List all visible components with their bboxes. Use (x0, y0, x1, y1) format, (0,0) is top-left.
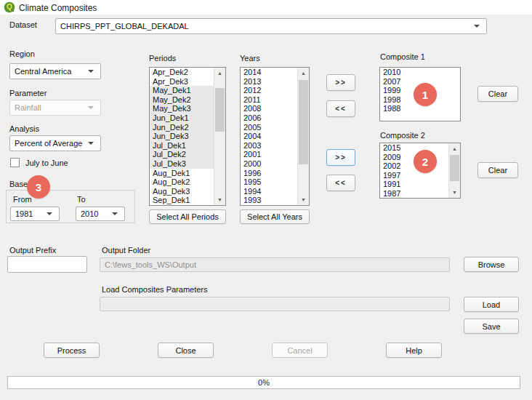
close-button[interactable]: Close (158, 343, 214, 358)
add-to-composite2-button[interactable]: >> (326, 149, 355, 166)
list-item[interactable]: Jul_Dek1 (150, 141, 214, 151)
chevron-down-icon (88, 70, 94, 73)
select-all-periods-button[interactable]: Select All Periods (149, 209, 226, 224)
analysis-select[interactable]: Percent of Average (9, 135, 101, 151)
years-scrollbar[interactable]: ▲ ▼ (297, 68, 309, 205)
output-prefix-input[interactable] (7, 256, 87, 273)
add-to-composite1-button[interactable]: >> (326, 74, 355, 91)
title-bar: Q Climate Composites (0, 0, 532, 15)
periods-scrollbar[interactable]: ▲ ▼ (214, 68, 225, 205)
scroll-down-icon[interactable]: ▼ (449, 187, 460, 198)
list-item[interactable]: Jun_Dek1 (150, 113, 214, 123)
list-item[interactable]: 2005 (241, 123, 297, 132)
list-item[interactable]: Jun_Dek3 (150, 132, 214, 141)
list-item[interactable]: 1994 (241, 187, 297, 196)
help-button[interactable]: Help (386, 343, 442, 358)
list-item[interactable]: 2010 (380, 68, 460, 77)
list-item[interactable]: 1991 (380, 180, 448, 189)
dataset-label: Dataset (9, 20, 37, 29)
scroll-down-icon[interactable]: ▼ (298, 194, 309, 205)
july-to-june-checkbox[interactable] (10, 158, 20, 167)
baseline-from-select[interactable]: 1981 (10, 207, 60, 221)
parameter-select: Rainfall (9, 100, 101, 116)
load-parameters-field[interactable] (100, 297, 450, 311)
scrollbar-thumb[interactable] (450, 155, 459, 181)
scroll-up-icon[interactable]: ▲ (449, 143, 460, 154)
list-item[interactable]: Aug_Dek2 (150, 177, 214, 187)
annotation-badge-1: 1 (414, 83, 437, 106)
baseline-to-select[interactable]: 2010 (76, 207, 125, 221)
list-item[interactable]: 1992 (241, 205, 297, 206)
clear-composite1-button[interactable]: Clear (477, 86, 518, 102)
load-button[interactable]: Load (464, 297, 519, 312)
remove-from-composite2-button[interactable]: << (326, 175, 355, 191)
climate-composites-dialog: Q Climate Composites Dataset CHIRPS_PPT_… (0, 0, 532, 400)
composite2-scrollbar[interactable]: ▲ ▼ (448, 143, 460, 198)
region-value: Central America (15, 67, 71, 76)
baseline-to-value: 2010 (81, 209, 98, 218)
browse-button[interactable]: Browse (464, 257, 519, 272)
list-item[interactable]: 2011 (241, 95, 297, 105)
baseline-from-label: From (13, 195, 32, 204)
save-button[interactable]: Save (464, 319, 519, 334)
list-item[interactable]: 1997 (380, 171, 448, 180)
scrollbar-thumb[interactable] (299, 80, 308, 164)
output-folder-label: Output Folder (102, 246, 150, 255)
list-item[interactable]: May_Dek1 (150, 86, 214, 95)
list-item[interactable]: 2012 (241, 86, 297, 95)
remove-chevrons-icon: << (335, 105, 347, 113)
list-item[interactable]: 2008 (241, 104, 297, 113)
list-item[interactable]: 1995 (241, 177, 297, 187)
scroll-down-icon[interactable]: ▼ (214, 194, 225, 205)
years-items: 2014201320122011200820062005200420032001… (241, 68, 297, 206)
list-item[interactable]: Sep_Dek1 (150, 196, 214, 205)
list-item[interactable]: Jun_Dek2 (150, 123, 214, 132)
list-item[interactable]: Jul_Dek2 (150, 150, 214, 159)
list-item[interactable]: 2015 (380, 143, 448, 153)
years-list[interactable]: 2014201320122011200820062005200420032001… (240, 67, 310, 206)
baseline-from-value: 1981 (15, 209, 33, 218)
remove-from-composite1-button[interactable]: << (326, 100, 355, 117)
chevron-down-icon (474, 25, 480, 28)
scroll-up-icon[interactable]: ▲ (298, 68, 309, 79)
list-item[interactable]: 1993 (241, 196, 297, 205)
list-item[interactable]: 2001 (241, 150, 297, 159)
process-button[interactable]: Process (44, 343, 100, 358)
window-title: Climate Composites (19, 3, 97, 13)
dataset-select[interactable]: CHIRPS_PPT_GLOBAL_DEKADAL (55, 18, 487, 34)
list-item[interactable]: 1996 (241, 169, 297, 178)
output-prefix-label: Output Prefix (9, 246, 56, 255)
periods-label: Periods (149, 54, 176, 63)
list-item[interactable]: May_Dek3 (150, 104, 214, 113)
list-item[interactable]: 2006 (241, 113, 297, 123)
list-item[interactable]: May_Dek2 (150, 95, 214, 105)
list-item[interactable]: 1987 (380, 189, 448, 199)
chevron-down-icon (88, 142, 94, 145)
list-item[interactable]: Aug_Dek1 (150, 169, 214, 178)
dataset-value: CHIRPS_PPT_GLOBAL_DEKADAL (60, 22, 189, 31)
list-item[interactable]: 2004 (241, 132, 297, 141)
list-item[interactable]: Apr_Dek3 (150, 77, 214, 87)
list-item[interactable]: 2014 (241, 68, 297, 77)
list-item[interactable]: Apr_Dek2 (150, 68, 214, 77)
baseline-to-label: To (77, 195, 86, 204)
progress-bar: 0% (7, 376, 520, 389)
list-item[interactable]: 2000 (241, 159, 297, 169)
chevron-down-icon (88, 106, 94, 109)
clear-composite2-button[interactable]: Clear (477, 162, 518, 178)
region-select[interactable]: Central America (9, 63, 101, 79)
list-item[interactable]: 2003 (241, 141, 297, 151)
list-item[interactable]: 1988 (380, 104, 460, 113)
composite2-label: Composite 2 (380, 131, 425, 140)
select-all-years-button[interactable]: Select All Years (240, 209, 310, 224)
list-item[interactable]: 2013 (241, 77, 297, 87)
region-label: Region (9, 49, 35, 58)
list-item[interactable]: Jul_Dek3 (150, 159, 214, 169)
list-item[interactable]: Sep_Dek2 (150, 205, 214, 206)
list-item[interactable]: Aug_Dek3 (150, 187, 214, 196)
scrollbar-thumb[interactable] (215, 88, 225, 132)
output-folder-field[interactable]: C:\fews_tools_WS\Output (100, 257, 450, 272)
composite2-items: 201520092002199719911987 (380, 143, 448, 199)
scroll-up-icon[interactable]: ▲ (214, 68, 225, 79)
periods-list[interactable]: Apr_Dek2Apr_Dek3May_Dek1May_Dek2May_Dek3… (149, 67, 226, 206)
